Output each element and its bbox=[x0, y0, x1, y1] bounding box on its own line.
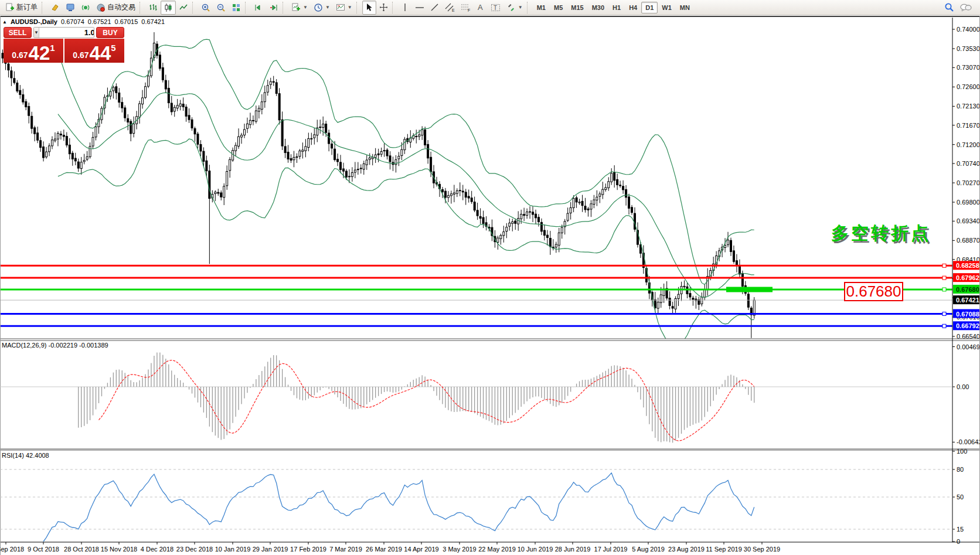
tile-windows-icon bbox=[232, 3, 241, 12]
svg-text:29 Jan 2019: 29 Jan 2019 bbox=[253, 546, 288, 553]
new-order-button[interactable]: 新订单 bbox=[2, 1, 40, 15]
marker-icon bbox=[50, 3, 60, 12]
label-tool-button[interactable]: T bbox=[488, 1, 503, 15]
svg-text:4 Dec 2018: 4 Dec 2018 bbox=[141, 546, 173, 553]
svg-text:11 Sep 2019: 11 Sep 2019 bbox=[706, 546, 742, 553]
price-level-label-box[interactable]: 0.67680 bbox=[844, 282, 903, 301]
rsi-name: RSI(14) bbox=[2, 452, 24, 459]
svg-text:0.00: 0.00 bbox=[957, 383, 969, 390]
indicators-button[interactable]: ▼ bbox=[288, 1, 311, 15]
crosshair-tool-button[interactable] bbox=[376, 1, 391, 15]
chart-shift-button[interactable] bbox=[251, 1, 266, 15]
line-handle[interactable] bbox=[942, 324, 946, 328]
toolbar-separator bbox=[283, 2, 287, 13]
trendline-tool-button[interactable] bbox=[427, 1, 442, 15]
svg-text:0.67962: 0.67962 bbox=[956, 274, 979, 281]
new-order-label: 新订单 bbox=[16, 2, 38, 12]
arrows-tool-button[interactable]: ▼ bbox=[503, 1, 526, 15]
fibonacci-tool-button[interactable]: F bbox=[458, 1, 474, 15]
text-icon: A bbox=[477, 3, 485, 12]
terminal-button[interactable] bbox=[63, 1, 78, 15]
ohlc-high: 0.67521 bbox=[88, 18, 111, 25]
dropdown-arrow-icon: ▼ bbox=[325, 5, 330, 10]
vertical-line-tool-button[interactable] bbox=[398, 1, 412, 15]
arrows-icon bbox=[506, 3, 516, 12]
crosshair-icon bbox=[379, 3, 388, 12]
tab-timeframe-d1[interactable]: D1 bbox=[641, 2, 658, 13]
one-click-trading-panel: SELL ▼ ▲ BUY 0.67 42 1 0.67 44 5 bbox=[4, 27, 124, 63]
channel-tool-button[interactable]: E bbox=[442, 1, 458, 15]
sell-price-box[interactable]: 0.67 42 1 bbox=[4, 39, 63, 63]
svg-text:9 Oct 2018: 9 Oct 2018 bbox=[28, 546, 59, 553]
search-icon[interactable] bbox=[944, 2, 954, 12]
text-tool-button[interactable]: A bbox=[474, 1, 488, 15]
date-axis: 20 Sep 20189 Oct 201828 Oct 201815 Nov 2… bbox=[0, 542, 780, 553]
svg-text:17 Feb 2019: 17 Feb 2019 bbox=[290, 546, 326, 553]
svg-text:F: F bbox=[468, 8, 470, 12]
buy-price-small: 0.67 bbox=[73, 51, 89, 61]
sell-button[interactable]: SELL bbox=[4, 27, 32, 38]
buy-price-box[interactable]: 0.67 44 5 bbox=[64, 39, 124, 63]
template-icon bbox=[336, 3, 345, 12]
line-handle[interactable] bbox=[942, 312, 946, 316]
tab-timeframe-m1[interactable]: M1 bbox=[533, 2, 550, 13]
svg-text:0.71670: 0.71670 bbox=[957, 122, 980, 129]
auto-trading-button[interactable]: 自动交易 bbox=[93, 1, 138, 15]
chart-canvas[interactable]: 0.740000.735300.730700.726000.721300.716… bbox=[0, 0, 980, 555]
line-handle[interactable] bbox=[942, 276, 946, 280]
rsi-value: 42.4008 bbox=[26, 452, 49, 459]
zoom-in-button[interactable] bbox=[198, 1, 213, 15]
candlestick-mode-button[interactable] bbox=[161, 1, 176, 15]
toolbar-separator bbox=[527, 2, 532, 13]
zoom-out-button[interactable] bbox=[213, 1, 229, 15]
svg-text:10 Jan 2019: 10 Jan 2019 bbox=[215, 546, 251, 553]
buy-button[interactable]: BUY bbox=[96, 27, 124, 38]
horizontal-line-tool-button[interactable] bbox=[412, 1, 427, 15]
cursor-tool-button[interactable] bbox=[362, 1, 376, 15]
tab-timeframe-m5[interactable]: M5 bbox=[550, 2, 567, 13]
tab-timeframe-mn[interactable]: MN bbox=[676, 2, 694, 13]
main-toolbar: 新订单 自动交易 ▼ ▼ bbox=[0, 0, 980, 15]
bar-chart-mode-button[interactable] bbox=[145, 1, 161, 15]
bollinger-lower-band bbox=[58, 139, 754, 349]
svg-text:0.69800: 0.69800 bbox=[957, 199, 980, 206]
line-chart-mode-button[interactable] bbox=[176, 1, 191, 15]
toolbar-separator bbox=[392, 2, 397, 13]
svg-text:0.70270: 0.70270 bbox=[957, 179, 980, 186]
zoom-in-icon bbox=[201, 3, 210, 12]
dropdown-arrow-icon: ▼ bbox=[303, 5, 308, 10]
tab-timeframe-h1[interactable]: H1 bbox=[608, 2, 625, 13]
fibonacci-icon: F bbox=[461, 3, 471, 12]
toolbar-separator bbox=[245, 2, 250, 13]
svg-text:0: 0 bbox=[957, 538, 960, 545]
buy-price-big: 44 bbox=[90, 45, 111, 61]
collapse-panel-icon[interactable]: ▲ bbox=[2, 19, 7, 25]
sell-price-small: 0.67 bbox=[12, 51, 28, 61]
line-handle[interactable] bbox=[942, 264, 946, 267]
tab-timeframe-m15[interactable]: M15 bbox=[567, 2, 587, 13]
svg-text:0.72130: 0.72130 bbox=[957, 103, 980, 110]
templates-button[interactable]: ▼ bbox=[333, 1, 355, 15]
signals-button[interactable] bbox=[78, 1, 93, 15]
volume-input[interactable] bbox=[39, 28, 94, 38]
dropdown-arrow-icon: ▼ bbox=[348, 5, 352, 10]
rsi-indicator-label: RSI(14) 42.4008 bbox=[2, 452, 49, 459]
auto-scroll-button[interactable] bbox=[266, 1, 281, 15]
tab-timeframe-m30[interactable]: M30 bbox=[588, 2, 608, 13]
chat-icon[interactable] bbox=[960, 3, 972, 12]
dropdown-arrow-icon: ▼ bbox=[518, 5, 523, 10]
svg-text:0.66792: 0.66792 bbox=[956, 322, 979, 329]
svg-text:0.72600: 0.72600 bbox=[957, 83, 980, 90]
svg-text:17 Jul 2019: 17 Jul 2019 bbox=[594, 546, 628, 553]
volume-decrease-button[interactable]: ▼ bbox=[34, 28, 39, 38]
tab-timeframe-h4[interactable]: H4 bbox=[625, 2, 641, 13]
tile-windows-button[interactable] bbox=[229, 1, 244, 15]
svg-text:5 Aug 2019: 5 Aug 2019 bbox=[632, 546, 665, 553]
periods-button[interactable]: ▼ bbox=[311, 1, 333, 15]
macd-indicator-label: MACD(12,26,9) -0.002219 -0.001389 bbox=[2, 342, 108, 349]
tab-timeframe-w1[interactable]: W1 bbox=[658, 2, 676, 13]
market-watch-button[interactable] bbox=[47, 1, 63, 15]
toolbar-separator bbox=[42, 2, 46, 13]
svg-text:30 Sep 2019: 30 Sep 2019 bbox=[744, 546, 780, 553]
line-handle[interactable] bbox=[942, 288, 946, 291]
